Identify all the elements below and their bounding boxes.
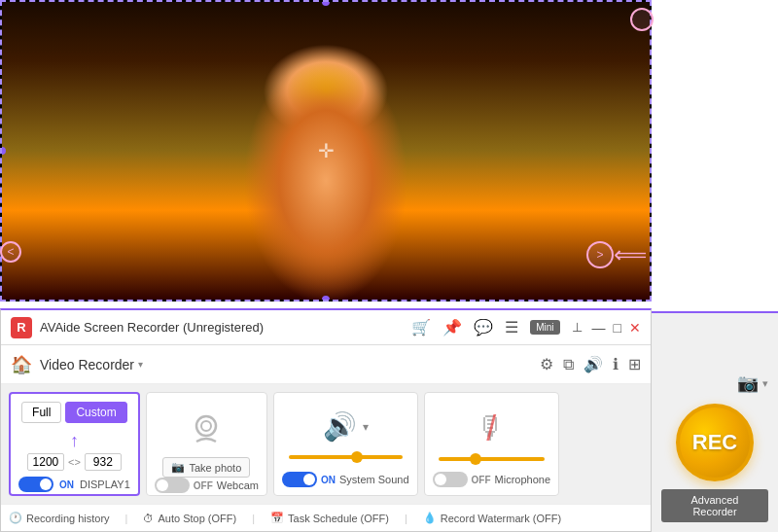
webcam-label: Webcam [217,479,259,491]
rec-button[interactable]: REC [676,404,754,481]
recording-region-panel: Full Custom ↑ <> ON DISPLAY1 [9,392,140,496]
task-schedule-label: Task Schedule (OFF) [288,513,389,524]
volume-slider[interactable] [289,455,403,459]
dimensions: <> [27,453,122,471]
window-controls: — □ ✕ [592,320,641,336]
watermark-label: Record Watermark (OFF) [441,513,561,524]
left-collapse-button[interactable]: < [0,241,21,263]
display-toggle-on-label: ON [59,479,74,490]
pin-icon[interactable]: 📌 [442,318,462,337]
settings-icon[interactable]: ⚙ [540,355,553,373]
title-bar: R AVAide Screen Recorder (Unregistered) … [1,310,651,345]
unpin-icon[interactable]: ⊥ [572,320,583,335]
resize-arrow-up: ↑ [70,431,79,451]
display-toggle-row: ON DISPLAY1 [18,477,130,492]
video-recorder-label: Video Recorder [40,357,134,372]
mic-slider-container [439,457,545,461]
mic-slider[interactable] [439,457,545,461]
mic-toggle-row: OFF Microphone [433,472,550,487]
video-preview: ✛ [0,0,652,301]
volume-icon[interactable]: 🔊 [584,355,603,373]
mic-slash-icon: / [476,410,507,446]
system-sound-label: System Sound [339,474,409,485]
app-window: R AVAide Screen Recorder (Unregistered) … [0,308,652,532]
system-sound-toggle-row: ON System Sound [282,472,409,487]
app-logo: R [11,317,32,338]
display-label: DISPLAY1 [80,479,130,490]
resize-handle-bottom[interactable] [322,296,330,301]
watermark-icon: 💧 [423,512,437,524]
auto-stop-icon: ⏱ [143,513,154,524]
dropdown-arrow-icon: ▾ [138,359,143,370]
rec-button-container: REC Advanced Recorder [661,404,768,522]
video-recorder-button[interactable]: Video Recorder ▾ [40,357,143,372]
copy-icon[interactable]: ⧉ [563,356,574,373]
height-input[interactable] [85,453,122,471]
svg-point-1 [201,421,211,431]
microphone-panel: 🎙 / OFF Microphone [424,392,559,496]
auto-stop-label: Auto Stop (OFF) [158,513,236,524]
custom-mode-button[interactable]: Custom [65,402,126,423]
advanced-recorder-button[interactable]: Advanced Recorder [661,489,768,522]
content-area: Full Custom ↑ <> ON DISPLAY1 [1,384,651,504]
close-button[interactable]: ✕ [629,320,641,336]
toolbar-icons: ⚙ ⧉ 🔊 ℹ ⊞ [540,355,641,373]
status-bar: 🕐 Recording history | ⏱ Auto Stop (OFF) … [1,504,651,531]
arrow-indicator[interactable]: > ⟸ [586,241,647,268]
full-mode-button[interactable]: Full [21,402,61,423]
dim-separator: <> [68,456,81,468]
webcam-panel: 📷 Take photo OFF Webcam [146,392,267,496]
task-schedule-icon: 📅 [270,512,284,524]
watermark-item[interactable]: 💧 Record Watermark (OFF) [423,512,561,524]
webcam-off-label: OFF [194,480,213,491]
system-sound-toggle[interactable] [282,472,317,487]
maximize-button[interactable]: □ [614,320,621,336]
video-person [2,2,650,300]
rec-side-panel: 📷 ▾ REC Advanced Recorder [652,311,778,532]
arrow-right-icon: ⟸ [614,241,647,268]
webcam-icon [187,410,226,457]
volume-thumb[interactable] [351,451,363,463]
width-input[interactable] [27,453,64,471]
mic-label: Microphone [495,474,550,485]
home-button[interactable]: 🏠 [11,354,32,375]
app-title: AVAide Screen Recorder (Unregistered) [40,320,411,335]
task-schedule-item[interactable]: 📅 Task Schedule (OFF) [270,512,389,524]
mini-badge[interactable]: Mini [530,320,559,335]
minimize-button[interactable]: — [592,320,606,336]
chat-icon[interactable]: 💬 [474,318,493,337]
grid-icon[interactable]: ⊞ [628,355,641,373]
recording-history-item[interactable]: 🕐 Recording history [9,512,110,524]
logo-letter: R [17,320,25,335]
webcam-toggle[interactable] [155,478,190,493]
mic-icon-container: 🎙 / [476,410,507,446]
mic-thumb[interactable] [470,453,481,465]
collapse-button[interactable]: > [586,241,614,268]
volume-slider-container [289,455,403,459]
recording-history-label: Recording history [26,513,110,524]
title-icons: 🛒 📌 💬 ☰ Mini ⊥ [411,318,582,337]
display-toggle[interactable] [18,477,53,492]
sound-icon-row: 🔊 ▾ [323,410,369,443]
camera-dropdown-icon[interactable]: ▾ [762,377,768,390]
info-icon[interactable]: ℹ [613,355,619,373]
history-icon: 🕐 [9,512,22,524]
sound-dropdown-icon[interactable]: ▾ [363,420,369,434]
system-sound-on-label: ON [321,475,336,485]
take-photo-label: Take photo [189,462,241,474]
system-sound-panel: 🔊 ▾ ON System Sound [273,392,418,496]
top-right-indicator [630,8,654,31]
mic-toggle[interactable] [433,472,468,487]
camera-row: 📷 ▾ [652,365,778,394]
camera-icon[interactable]: 📷 [737,372,759,394]
svg-point-0 [196,416,216,436]
camera-small-icon: 📷 [171,461,185,474]
mode-buttons: Full Custom [21,402,127,423]
take-photo-button[interactable]: 📷 Take photo [162,457,250,478]
auto-stop-item[interactable]: ⏱ Auto Stop (OFF) [143,513,236,524]
video-content: ✛ [2,2,650,300]
rec-label: REC [692,430,737,455]
menu-icon[interactable]: ☰ [505,318,518,337]
webcam-toggle-row: OFF Webcam [155,478,259,493]
cart-icon[interactable]: 🛒 [411,318,431,337]
